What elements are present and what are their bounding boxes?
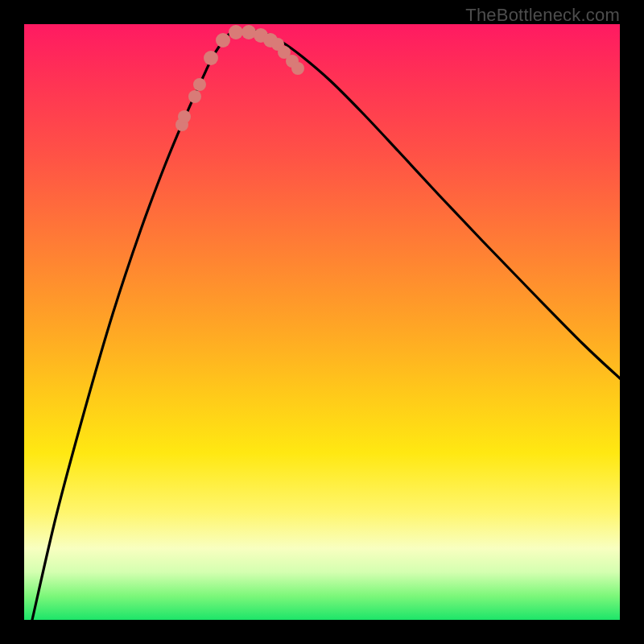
marker-dot <box>242 25 256 39</box>
marker-dots-left <box>175 78 206 131</box>
curve-overlay <box>24 24 620 620</box>
marker-dot <box>271 38 284 51</box>
marker-dot <box>263 33 278 47</box>
plot-area <box>24 24 620 620</box>
marker-dot <box>178 110 191 123</box>
marker-dot <box>291 62 304 75</box>
marker-dot <box>175 118 188 131</box>
marker-dot <box>216 33 230 47</box>
source-label: TheBottleneck.com <box>465 5 620 26</box>
chart-frame: TheBottleneck.com <box>0 0 644 644</box>
marker-dots-valley <box>204 25 278 65</box>
marker-dot <box>204 51 218 65</box>
marker-dot <box>286 55 299 68</box>
main-curve-path <box>32 31 620 621</box>
marker-dot <box>188 90 201 103</box>
marker-dots-right <box>271 38 304 75</box>
marker-dot <box>193 78 206 91</box>
marker-dot <box>278 46 291 59</box>
marker-dot <box>229 25 243 39</box>
marker-dot <box>254 28 268 43</box>
